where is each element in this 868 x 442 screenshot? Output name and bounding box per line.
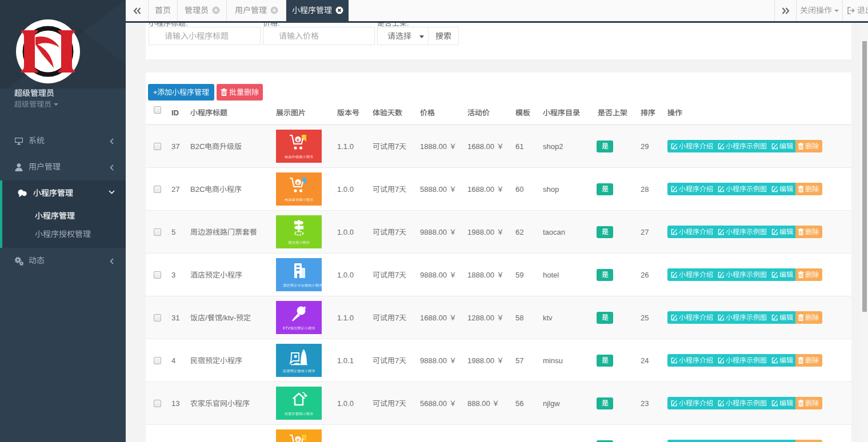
svg-text:e: e [297, 180, 299, 186]
svg-text:e: e [297, 437, 299, 442]
svg-text:e: e [297, 137, 299, 143]
